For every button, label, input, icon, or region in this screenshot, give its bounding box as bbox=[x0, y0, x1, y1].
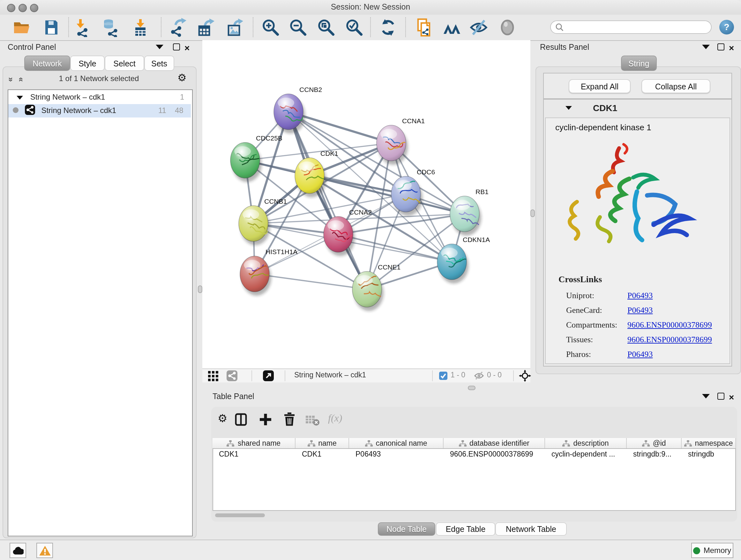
table-delete-column-icon[interactable] bbox=[306, 415, 320, 428]
node-label-CCNA2[interactable]: CCNA2 bbox=[349, 208, 372, 216]
network-graph[interactable]: CCNB2CCNA1CDC25BCDK1CDC6RB1CCNB1CCNA2CDK… bbox=[202, 40, 530, 368]
table-cell[interactable]: P06493 bbox=[349, 449, 444, 459]
tab-select[interactable]: Select bbox=[105, 56, 144, 71]
network-options-gear-icon[interactable]: ⚙ bbox=[178, 71, 187, 84]
refresh-icon[interactable] bbox=[379, 18, 398, 37]
collapse-all-networks-icon[interactable]: « bbox=[5, 77, 15, 82]
detach-view-icon[interactable] bbox=[263, 370, 274, 381]
control-panel-collapse-icon[interactable] bbox=[156, 45, 163, 49]
expand-all-button[interactable]: Expand All bbox=[569, 79, 630, 93]
table-cell[interactable]: 9606.ENSP00000378699 bbox=[444, 449, 545, 459]
right-splitter-handle[interactable] bbox=[530, 209, 535, 217]
table-hscrollbar[interactable] bbox=[215, 513, 265, 517]
crosslinks-title: CrossLinks bbox=[558, 274, 602, 285]
zoom-in-icon[interactable] bbox=[261, 18, 280, 37]
show-graphics-icon[interactable] bbox=[498, 18, 517, 37]
node-label-CCNB2[interactable]: CCNB2 bbox=[299, 86, 322, 93]
table-columns-icon[interactable] bbox=[235, 413, 247, 428]
import-network-file-icon[interactable] bbox=[74, 18, 93, 37]
bottom-splitter-handle[interactable] bbox=[468, 386, 475, 390]
open-session-icon[interactable] bbox=[12, 18, 31, 37]
table-cell[interactable]: cyclin-dependent ... bbox=[545, 449, 627, 459]
table-panel-float-icon[interactable] bbox=[718, 393, 724, 400]
crosslink-value[interactable]: P06493 bbox=[627, 290, 653, 300]
selected-checkbox-icon[interactable] bbox=[439, 372, 448, 380]
results-panel-close-icon[interactable]: × bbox=[729, 45, 734, 51]
node-label-CCNA1[interactable]: CCNA1 bbox=[402, 117, 425, 125]
table-add-icon[interactable] bbox=[259, 413, 272, 428]
grid-view-icon[interactable] bbox=[208, 371, 218, 382]
memory-button[interactable]: Memory bbox=[691, 543, 733, 558]
node-label-HIST1H1A[interactable]: HIST1H1A bbox=[266, 248, 297, 255]
hide-graphics-icon[interactable] bbox=[469, 18, 488, 37]
network-canvas[interactable]: CCNB2CCNA1CDC25BCDK1CDC6RB1CCNB1CCNA2CDK… bbox=[202, 40, 530, 368]
tab-node-table[interactable]: Node Table bbox=[378, 522, 435, 536]
crosslink-value[interactable]: 9606.ENSP00000378699 bbox=[627, 320, 712, 330]
gene-section-collapse-icon[interactable] bbox=[565, 106, 572, 110]
table-fx-icon[interactable]: f(x) bbox=[328, 413, 342, 424]
crosslink-value[interactable]: P06493 bbox=[627, 305, 653, 315]
table-panel-close-icon[interactable]: × bbox=[729, 394, 734, 400]
zoom-out-icon[interactable] bbox=[288, 18, 308, 37]
control-panel-close-icon[interactable]: × bbox=[185, 45, 190, 51]
tab-string[interactable]: String bbox=[621, 56, 657, 71]
search-input[interactable] bbox=[566, 23, 711, 32]
birds-eye-icon[interactable] bbox=[442, 18, 461, 37]
tab-network[interactable]: Network bbox=[24, 56, 70, 71]
export-table-icon[interactable] bbox=[197, 18, 216, 37]
crosslink-value[interactable]: P06493 bbox=[627, 349, 653, 359]
clone-network-icon[interactable] bbox=[415, 18, 434, 37]
import-table-icon[interactable] bbox=[131, 18, 150, 37]
zoom-selected-icon[interactable] bbox=[345, 18, 364, 37]
left-splitter-handle[interactable] bbox=[198, 286, 202, 293]
network-tree-root[interactable]: String Network – cdk1 bbox=[8, 91, 192, 104]
column-header-name[interactable]: name bbox=[295, 438, 349, 448]
zoom-fit-icon[interactable] bbox=[317, 18, 336, 37]
control-panel-float-icon[interactable] bbox=[173, 44, 180, 51]
column-header-namespace[interactable]: namespace bbox=[682, 438, 736, 448]
node-label-RB1[interactable]: RB1 bbox=[475, 188, 488, 195]
column-header-database-identifier[interactable]: database identifier bbox=[444, 438, 545, 448]
collapse-all-button[interactable]: Collapse All bbox=[642, 79, 711, 93]
cloud-button[interactable] bbox=[10, 543, 26, 558]
results-panel-float-icon[interactable] bbox=[718, 44, 724, 51]
node-label-CDKN1A[interactable]: CDKN1A bbox=[463, 236, 490, 243]
node-label-CCNB1[interactable]: CCNB1 bbox=[264, 198, 287, 205]
hidden-eye-icon[interactable] bbox=[474, 371, 484, 382]
table-panel-collapse-icon[interactable] bbox=[702, 394, 710, 398]
column-header-description[interactable]: description bbox=[545, 438, 627, 448]
tab-edge-table[interactable]: Edge Table bbox=[436, 522, 495, 536]
expand-all-networks-icon[interactable]: « bbox=[17, 77, 26, 82]
network-share-view-icon[interactable] bbox=[226, 370, 238, 381]
export-image-icon[interactable] bbox=[225, 18, 245, 37]
node-label-CDC25B[interactable]: CDC25B bbox=[256, 134, 282, 142]
tree-disclosure-icon[interactable] bbox=[17, 96, 23, 100]
export-network-icon[interactable] bbox=[169, 18, 188, 37]
column-header--id[interactable]: @id bbox=[627, 438, 682, 448]
save-session-icon[interactable] bbox=[42, 18, 61, 37]
crosslink-value[interactable]: 9606.ENSP00000378699 bbox=[627, 334, 712, 345]
tab-network-table[interactable]: Network Table bbox=[495, 522, 567, 536]
column-header-shared-name[interactable]: shared name bbox=[212, 438, 295, 448]
table-cell[interactable]: stringdb bbox=[682, 449, 736, 459]
node-label-CCNE1[interactable]: CCNE1 bbox=[378, 263, 401, 271]
tab-style[interactable]: Style bbox=[70, 56, 105, 71]
node-label-CDC6[interactable]: CDC6 bbox=[417, 168, 435, 176]
warning-button[interactable] bbox=[37, 543, 53, 558]
import-network-database-icon[interactable] bbox=[102, 18, 121, 37]
table-row[interactable]: CDK1CDK1P064939606.ENSP00000378699cyclin… bbox=[212, 449, 736, 459]
table-cell[interactable]: stringdb:9... bbox=[627, 449, 682, 459]
window-title: Session: New Session bbox=[0, 0, 741, 15]
table-delete-icon[interactable] bbox=[284, 413, 295, 428]
node-label-CDK1[interactable]: CDK1 bbox=[320, 150, 338, 157]
crosslink-row: Pharos:P06493 bbox=[566, 347, 726, 361]
column-header-canonical-name[interactable]: canonical name bbox=[349, 438, 444, 448]
table-cell[interactable]: CDK1 bbox=[295, 449, 349, 459]
tab-sets[interactable]: Sets bbox=[144, 56, 174, 71]
pan-crosshair-icon[interactable] bbox=[519, 370, 531, 383]
help-button[interactable]: ? bbox=[719, 20, 734, 35]
crosslink-label: Compartments: bbox=[566, 320, 627, 330]
table-cell[interactable]: CDK1 bbox=[212, 449, 295, 459]
results-panel-collapse-icon[interactable] bbox=[702, 45, 710, 49]
table-gear-icon[interactable]: ⚙ bbox=[218, 412, 227, 425]
